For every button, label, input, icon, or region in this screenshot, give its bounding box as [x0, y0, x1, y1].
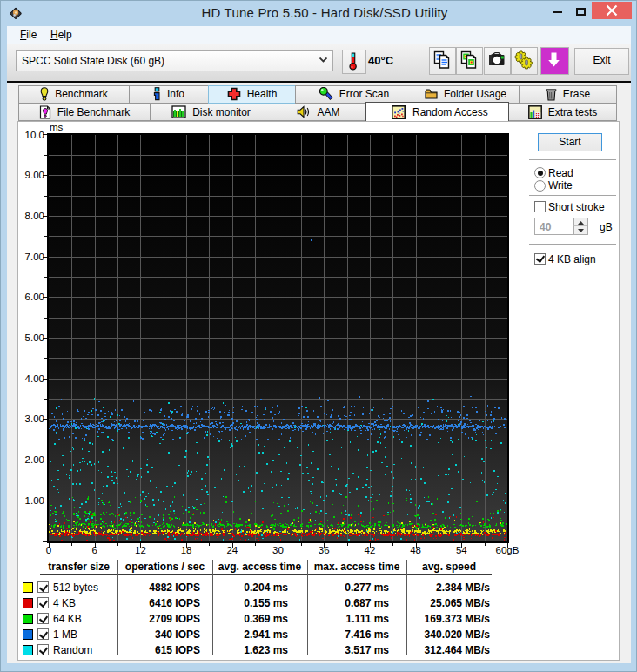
svg-text:42: 42 — [365, 544, 376, 554]
svg-text:2.00: 2.00 — [25, 454, 44, 465]
svg-text:ms: ms — [50, 122, 64, 132]
svg-text:7.00: 7.00 — [25, 251, 44, 261]
svg-text:18: 18 — [181, 544, 192, 554]
svg-text:0: 0 — [46, 544, 51, 554]
svg-text:30: 30 — [272, 544, 284, 554]
svg-text:9.00: 9.00 — [25, 170, 44, 180]
svg-text:36: 36 — [318, 544, 330, 554]
svg-text:24: 24 — [226, 544, 238, 554]
svg-text:8.00: 8.00 — [25, 210, 44, 220]
svg-text:1.00: 1.00 — [25, 494, 44, 505]
svg-text:12: 12 — [135, 544, 146, 554]
svg-text:5.00: 5.00 — [25, 333, 44, 343]
svg-text:54: 54 — [456, 544, 467, 554]
svg-text:48: 48 — [410, 544, 421, 554]
svg-text:3.00: 3.00 — [25, 413, 44, 424]
svg-text:6: 6 — [91, 544, 97, 554]
svg-text:10.0: 10.0 — [25, 129, 44, 139]
svg-text:4.00: 4.00 — [25, 373, 44, 383]
svg-text:6.00: 6.00 — [25, 292, 44, 302]
svg-text:60gB: 60gB — [496, 544, 520, 554]
